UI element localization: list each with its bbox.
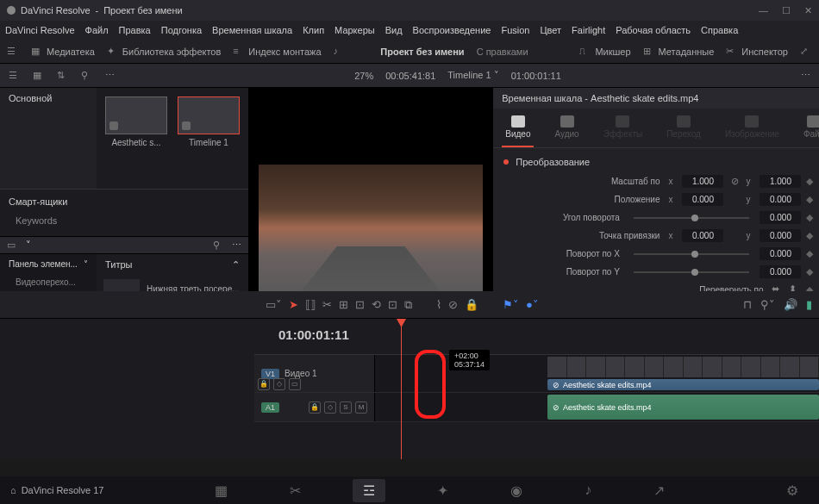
disable-track-icon[interactable]: ▭: [289, 378, 301, 390]
replace-icon[interactable]: ⟲: [372, 298, 381, 311]
more-icon[interactable]: ⋯: [232, 240, 241, 251]
menu-item[interactable]: Fusion: [501, 25, 529, 35]
trim-tool-icon[interactable]: ⟦⟧: [305, 298, 316, 311]
anchor-y-input[interactable]: 0.000: [760, 229, 801, 242]
keyframe-icon[interactable]: ◆: [806, 176, 813, 187]
menu-item[interactable]: DaVinci Resolve: [5, 25, 75, 35]
timeline-view-icon[interactable]: ▭˅: [266, 298, 282, 311]
more-icon[interactable]: ⋯: [105, 70, 115, 81]
smart-bin-item[interactable]: Keywords: [9, 212, 240, 229]
sidebar-toggle-icon[interactable]: ☰: [7, 46, 19, 58]
rotation-input[interactable]: 0.000: [760, 211, 801, 224]
blade-tool-icon[interactable]: ✂: [322, 298, 332, 311]
auto-select-icon[interactable]: ◇: [324, 401, 336, 414]
solo-icon[interactable]: S: [340, 401, 352, 414]
keyframe-icon[interactable]: ◆: [806, 194, 813, 205]
sort-icon[interactable]: ⇅: [57, 70, 69, 82]
track-header-v1[interactable]: V1 Видео 1 🔒 ◇ ▭: [254, 355, 375, 392]
track-header-a1[interactable]: A1 🔒 ◇ S M: [254, 393, 375, 421]
ripple-icon[interactable]: ⧉: [404, 298, 412, 312]
search-icon[interactable]: ⚲: [81, 70, 93, 82]
mute-icon[interactable]: M: [355, 401, 367, 414]
lock-track-icon[interactable]: 🔒: [258, 378, 270, 390]
menu-item[interactable]: Правка: [119, 25, 151, 35]
meter-icon[interactable]: ▮: [806, 298, 812, 311]
pos-y-input[interactable]: 0.000: [760, 193, 801, 206]
fit-icon[interactable]: ⊡: [388, 298, 397, 311]
lock-icon[interactable]: 🔒: [465, 298, 478, 311]
overwrite-icon[interactable]: ⊡: [355, 298, 365, 311]
keyframe-icon[interactable]: ◆: [806, 212, 813, 223]
menu-item[interactable]: Рабочая область: [616, 25, 691, 35]
expand-icon[interactable]: ⤢: [800, 46, 812, 58]
menu-item[interactable]: Справка: [701, 25, 738, 35]
timeline-selector[interactable]: Timeline 1 ˅: [447, 70, 498, 81]
tab-file[interactable]: Файл: [800, 109, 819, 147]
effects-library-button[interactable]: ✦Библиотека эффектов: [107, 46, 222, 58]
list-view-icon[interactable]: ☰: [9, 70, 21, 82]
pitch-input[interactable]: 0.000: [760, 247, 801, 260]
menu-item[interactable]: Цвет: [540, 25, 561, 35]
media-timeline[interactable]: Timeline 1: [178, 96, 240, 180]
inspector-button[interactable]: ✂Инспектор: [726, 46, 788, 58]
grid-view-icon[interactable]: ▦: [33, 70, 45, 82]
media-clip[interactable]: Aesthetic s...: [105, 96, 167, 180]
snap-icon[interactable]: ⊓: [743, 298, 752, 311]
more-icon[interactable]: ⋯: [801, 70, 810, 81]
yaw-slider[interactable]: [634, 271, 750, 273]
lock-track-icon[interactable]: 🔒: [309, 401, 321, 414]
zoom-icon[interactable]: ⚲˅: [760, 298, 775, 311]
link-icon[interactable]: ⊘: [448, 298, 458, 311]
fx-category[interactable]: Видеоперехо...: [0, 274, 97, 290]
rotation-slider[interactable]: [634, 217, 750, 219]
menu-item[interactable]: Воспроизведение: [413, 25, 491, 35]
menu-item[interactable]: Клип: [303, 25, 324, 35]
anchor-x-input[interactable]: 0.000: [682, 229, 723, 242]
fusion-page-icon[interactable]: ✦: [427, 479, 459, 502]
transform-section[interactable]: Преобразование: [493, 152, 819, 172]
search-icon[interactable]: ⚲: [213, 240, 225, 252]
media-pool-button[interactable]: ▦Медиатека: [31, 46, 95, 58]
tab-audio[interactable]: Аудио: [551, 109, 582, 147]
menu-item[interactable]: Вид: [385, 25, 403, 35]
menu-item[interactable]: Маркеры: [334, 25, 375, 35]
edit-page-icon[interactable]: ☲: [353, 479, 385, 502]
keyframe-icon[interactable]: ◆: [806, 248, 813, 259]
playhead[interactable]: [401, 319, 402, 459]
pitch-slider[interactable]: [634, 253, 750, 255]
fairlight-page-icon[interactable]: ♪: [574, 479, 602, 502]
master-bin[interactable]: Основной: [0, 88, 97, 109]
home-button[interactable]: ⌂ DaVinci Resolve 17: [10, 485, 103, 495]
edit-index-button[interactable]: ≡Индекс монтажа: [233, 46, 321, 58]
scale-x-input[interactable]: 1.000: [682, 175, 723, 188]
selection-tool-icon[interactable]: ➤: [289, 298, 298, 311]
color-page-icon[interactable]: ◉: [500, 479, 533, 502]
panel-icon[interactable]: ▭: [7, 240, 19, 252]
menu-item[interactable]: Fairlight: [572, 25, 605, 35]
zoom-level[interactable]: 27%: [354, 71, 373, 81]
flag-icon[interactable]: ⚑˅: [503, 298, 519, 311]
timeline-tracks-area[interactable]: 01:00:01:11 +02:0005:37:14 V1 Видео 1 🔒 …: [254, 319, 819, 459]
scale-y-input[interactable]: 1.000: [760, 175, 801, 188]
minimize-icon[interactable]: —: [759, 5, 768, 16]
cut-page-icon[interactable]: ✂: [279, 479, 311, 502]
razor-icon[interactable]: ⌇: [436, 298, 441, 311]
tab-video[interactable]: Видео: [502, 109, 534, 147]
keyframe-icon[interactable]: ◆: [806, 230, 813, 241]
link-icon[interactable]: ⊘: [728, 176, 741, 187]
media-page-icon[interactable]: ▦: [204, 479, 238, 502]
metadata-button[interactable]: ⊞Метаданные: [643, 46, 715, 58]
pos-x-input[interactable]: 0.000: [682, 193, 723, 206]
keyframe-icon[interactable]: ◆: [806, 266, 813, 277]
marker-icon[interactable]: ●˅: [526, 298, 539, 311]
yaw-input[interactable]: 0.000: [760, 265, 801, 278]
auto-select-icon[interactable]: ◇: [273, 378, 285, 390]
sound-library-button[interactable]: ♪: [334, 46, 346, 58]
video-clip[interactable]: ⊘Aesthetic skate edits.mp4: [547, 379, 819, 390]
project-settings-icon[interactable]: ⚙: [776, 479, 809, 502]
mixer-button[interactable]: ⎍Микшер: [579, 46, 630, 58]
close-icon[interactable]: ✕: [804, 5, 812, 16]
menu-item[interactable]: Файл: [85, 25, 109, 35]
menu-item[interactable]: Временная шкала: [212, 25, 292, 35]
collapse-icon[interactable]: ⌃: [232, 259, 240, 271]
